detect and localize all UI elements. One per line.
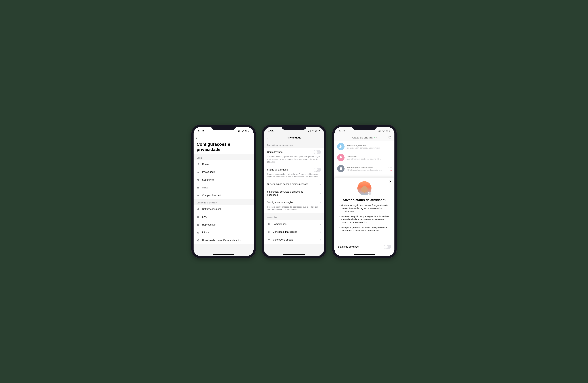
activity-status-toggle[interactable] xyxy=(314,168,321,172)
svg-point-24 xyxy=(341,146,342,147)
settings-item-saldo[interactable]: Saldo› xyxy=(193,184,253,191)
mentions-row[interactable]: @Menções e marcações› xyxy=(264,228,324,236)
send-icon xyxy=(267,238,271,241)
nav-bar: ‹ xyxy=(193,134,253,140)
svg-point-23 xyxy=(340,145,341,147)
sync-contacts-row[interactable]: Sincronizar contatos e amigos do Faceboo… xyxy=(264,188,324,199)
chevron-right-icon: › xyxy=(250,186,251,189)
svg-rect-0 xyxy=(238,131,238,132)
back-button[interactable]: ‹ xyxy=(196,136,197,140)
comments-row[interactable]: Comentários› xyxy=(264,220,324,228)
bullet-2: Você e os seguidores que segue de volta … xyxy=(338,215,390,224)
bell-icon xyxy=(197,207,200,211)
settings-item-seguranca[interactable]: Segurança› xyxy=(193,176,253,184)
chevron-right-icon: › xyxy=(250,239,251,242)
home-indicator[interactable] xyxy=(354,254,375,255)
status-time: 17:33 xyxy=(198,129,204,132)
timestamp: 01:22 xyxy=(387,167,392,169)
svg-rect-19 xyxy=(379,131,380,132)
activity-status-sheet: ✕ Ativar o status da atividade? Mostre a… xyxy=(335,178,395,256)
new-chat-button[interactable] xyxy=(388,135,392,140)
language-icon: A xyxy=(197,231,200,234)
inbox-header[interactable]: Caixa de entrada ▾ xyxy=(335,134,395,141)
svg-rect-5 xyxy=(198,172,199,173)
settings-item-historico[interactable]: Histórico de comentários e visualiza...› xyxy=(193,236,253,244)
settings-item-reproducao[interactable]: Reprodução› xyxy=(193,221,253,228)
private-account-desc: Na conta privada, apenas usuários aprova… xyxy=(267,154,321,165)
online-dot xyxy=(374,137,375,138)
settings-item-conta[interactable]: Conta› xyxy=(193,160,253,168)
phone-settings: 17:33 48 ‹ Configurações e privacidade C… xyxy=(191,125,256,258)
bullet-3: Você pode gerenciar isso nas Configuraçõ… xyxy=(338,226,390,232)
chevron-right-icon: › xyxy=(320,222,321,226)
lock-icon xyxy=(197,170,200,174)
chevron-right-icon: › xyxy=(250,231,251,234)
chevron-right-icon: › xyxy=(250,207,251,211)
home-indicator[interactable] xyxy=(283,254,305,255)
home-indicator[interactable] xyxy=(213,254,234,255)
settings-item-notificacoes[interactable]: Notificações push› xyxy=(193,205,253,213)
svg-rect-20 xyxy=(380,130,380,132)
close-button[interactable]: ✕ xyxy=(389,180,392,183)
clock-icon xyxy=(197,239,200,242)
sheet-toggle-row: Status de atividade xyxy=(338,242,391,253)
inbox-row-activity[interactable]: Atividadeque talvez você conheça, está n… xyxy=(335,152,395,163)
notch xyxy=(352,125,377,130)
chevron-right-icon: › xyxy=(320,192,321,195)
inbox-icon xyxy=(337,165,345,172)
private-account-toggle[interactable] xyxy=(314,150,321,154)
inbox-title: Caixa de entrada xyxy=(352,136,373,139)
svg-rect-16 xyxy=(310,130,311,132)
chevron-right-icon: › xyxy=(250,178,251,181)
chevron-down-icon: ▾ xyxy=(376,137,377,139)
settings-item-live[interactable]: LIVE› xyxy=(193,213,253,221)
svg-text:A: A xyxy=(198,232,199,233)
location-services-row[interactable]: Serviços de localização› xyxy=(264,199,324,205)
svg-rect-15 xyxy=(310,130,310,132)
private-account-row: Conta Privada Na conta privada, apenas u… xyxy=(264,148,324,165)
notch xyxy=(282,125,306,130)
svg-rect-8 xyxy=(197,216,199,218)
back-button[interactable]: ‹ xyxy=(266,136,268,140)
followers-icon xyxy=(337,143,345,150)
chevron-right-icon: › xyxy=(250,194,251,197)
section-header-conta: Conta xyxy=(193,155,253,160)
phone-inbox: 17:33 48 Caixa de entrada ▾ Novos seguid… xyxy=(332,125,397,258)
share-icon xyxy=(197,194,200,197)
settings-item-privacidade[interactable]: Privacidade› xyxy=(193,168,253,176)
section-header-discoverability: Capacidade de descoberta xyxy=(264,141,324,148)
tv-icon xyxy=(197,215,200,219)
presence-indicator xyxy=(368,192,372,195)
phone-privacy: 17:33 48 ‹ Privacidade Capacidade de des… xyxy=(262,125,326,258)
notch xyxy=(211,125,236,130)
play-icon xyxy=(197,223,200,226)
chevron-right-icon: › xyxy=(320,238,321,241)
chevron-right-icon: › xyxy=(391,145,392,148)
comment-icon xyxy=(267,223,271,226)
svg-point-17 xyxy=(268,223,270,225)
status-time: 17:33 xyxy=(339,129,345,132)
activity-status-row: Status de atividade Quando essa opção fo… xyxy=(264,165,324,180)
svg-point-4 xyxy=(198,163,199,164)
activity-status-desc: Quando essa opção for ativada, você e os… xyxy=(267,172,321,180)
inbox-row-system[interactable]: Notificações do sistemaTikTok: Atualizaç… xyxy=(335,163,395,174)
chevron-right-icon: › xyxy=(250,223,251,226)
svg-rect-1 xyxy=(238,131,239,132)
location-services-desc: Gerencie as informações de localização q… xyxy=(264,205,324,213)
svg-rect-7 xyxy=(197,187,199,187)
dm-row[interactable]: Mensagens diretas› xyxy=(264,236,324,244)
inbox-row-followers[interactable]: Novos seguidoresDicas do Vinni começou a… xyxy=(335,141,395,152)
section-header-conteudo: Conteúdo & Exibição xyxy=(193,199,253,205)
settings-item-compartilhar[interactable]: Compartilhar perfil› xyxy=(193,191,253,199)
page-title: Configurações e privacidade xyxy=(193,140,253,155)
sheet-activity-toggle[interactable] xyxy=(384,245,391,249)
settings-item-idioma[interactable]: AIdioma› xyxy=(193,228,253,236)
avatar xyxy=(357,181,372,195)
learn-more-link[interactable]: Saiba mais xyxy=(368,229,379,232)
bullet-1: Mostre aos seguidores que você segue de … xyxy=(338,204,390,213)
status-time: 17:33 xyxy=(268,129,274,132)
suggest-account-row[interactable]: Sugerir minha conta a outras pessoas› xyxy=(264,180,324,188)
chevron-right-icon: › xyxy=(250,162,251,166)
unread-dot xyxy=(390,170,392,171)
chevron-right-icon: › xyxy=(250,170,251,174)
